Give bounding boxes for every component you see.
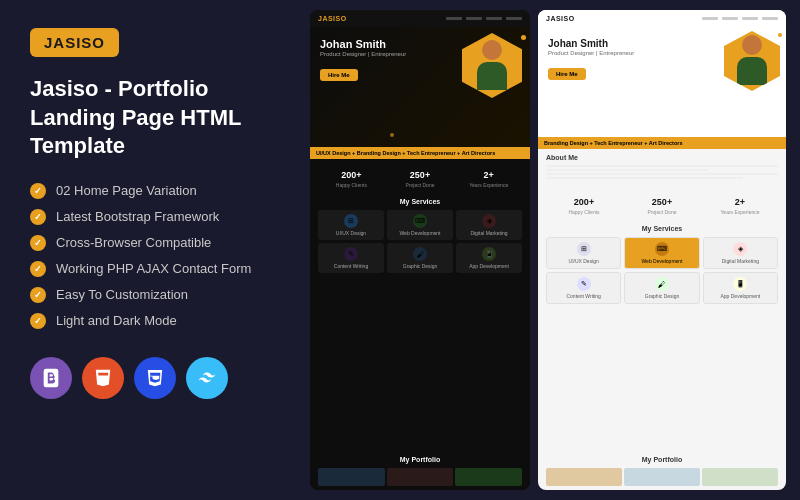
service-card: ⌨ Web Development [387,210,453,240]
tech-icons-row [30,357,280,399]
light-services-title: My Services [546,225,778,232]
feature-item: Light and Dark Mode [30,313,280,329]
light-portfolio-grid [546,468,778,486]
feature-text: Cross-Browser Compatible [56,235,211,250]
service-icon: 📱 [733,277,747,291]
main-title: Jasiso - Portfolio Landing Page HTML Tem… [30,75,280,161]
stat-item: 250+ Project Done [624,191,700,215]
bootstrap-icon [30,357,72,399]
light-hire-btn[interactable]: Hire Me [548,68,586,80]
service-icon: ⌨ [655,242,669,256]
light-services-grid: ⊞ UI/UX Design ⌨ Web Development ◈ Digit… [546,237,778,304]
check-icon [30,235,46,251]
light-preview: JASISO Johan Smith Product Designer | En… [538,10,786,490]
stat-item: 2+ Years Experience [702,191,778,215]
light-stats: 200+ Happy Clients 250+ Project Done 2+ … [538,186,786,220]
service-card: ⊞ UI/UX Design [546,237,621,269]
about-line [546,173,778,175]
service-name: Web Development [628,258,695,264]
about-line [546,169,708,171]
dark-avatar [462,33,522,98]
service-name: Digital Marketing [459,230,519,236]
nav-link-dot [722,17,738,20]
feature-text: Working PHP AJAX Contact Form [56,261,251,276]
html5-icon [82,357,124,399]
dark-services-grid: ⊞ UI/UX Design ⌨ Web Development ◈ Digit… [318,210,522,273]
dark-ticker: UI/UX Design + Branding Design + Tech En… [310,147,530,159]
check-icon [30,261,46,277]
portfolio-thumb [702,468,778,486]
stat-item: 200+ Happy Clients [318,164,385,188]
dark-services-title: My Services [318,198,522,205]
light-avatar [724,31,780,91]
nav-link-dot [742,17,758,20]
about-line [546,177,743,179]
check-icon [30,209,46,225]
light-about-title: About Me [546,154,778,161]
service-name: UI/UX Design [550,258,617,264]
dark-portfolio-grid [318,468,522,486]
service-name: Graphic Design [628,293,695,299]
light-nav: JASISO [538,10,786,27]
service-name: Graphic Design [390,263,450,269]
dark-portfolio-title: My Portfolio [318,456,522,463]
right-panel: JASISO Johan Smith Product Designer | En… [310,0,800,500]
stat-item: 2+ Years Experience [455,164,522,188]
service-icon: ⊞ [344,214,358,228]
service-card: ◈ Digital Marketing [456,210,522,240]
service-icon: 🖌 [655,277,669,291]
stat-item: 200+ Happy Clients [546,191,622,215]
service-icon: 📱 [482,247,496,261]
about-line [546,165,778,167]
light-portfolio-title: My Portfolio [546,456,778,463]
service-icon: ✎ [577,277,591,291]
dark-portfolio: My Portfolio [310,452,530,490]
service-icon: ⌨ [413,214,427,228]
stat-item: 250+ Project Done [387,164,454,188]
service-icon: 🖌 [413,247,427,261]
feature-item: Easy To Customization [30,287,280,303]
left-panel: JASISO Jasiso - Portfolio Landing Page H… [0,0,310,500]
check-icon [30,313,46,329]
nav-link-dot [466,17,482,20]
service-card: 📱 App Development [703,272,778,304]
service-name: App Development [459,263,519,269]
service-card-highlight: ⌨ Web Development [624,237,699,269]
dark-nav-links [446,17,522,20]
light-nav-links [702,17,778,20]
nav-link-dot [506,17,522,20]
portfolio-thumb [546,468,622,486]
check-icon [30,287,46,303]
dark-services: My Services ⊞ UI/UX Design ⌨ Web Develop… [310,193,530,452]
portfolio-thumb [387,468,454,486]
nav-link-dot [446,17,462,20]
light-nav-brand: JASISO [546,15,575,22]
service-name: Web Development [390,230,450,236]
dark-hero: Johan Smith Product Designer | Entrepren… [310,27,530,147]
feature-item: Cross-Browser Compatible [30,235,280,251]
nav-link-dot [762,17,778,20]
feature-item: Working PHP AJAX Contact Form [30,261,280,277]
feature-item: Latest Bootstrap Framework [30,209,280,225]
light-portfolio: My Portfolio [538,452,786,490]
service-card: ⊞ UI/UX Design [318,210,384,240]
feature-text: Light and Dark Mode [56,313,177,328]
nav-link-dot [702,17,718,20]
tailwind-icon [186,357,228,399]
brand-badge: JASISO [30,28,119,57]
service-card: ✎ Content Writing [318,243,384,273]
portfolio-thumb [318,468,385,486]
light-services: My Services ⊞ UI/UX Design ⌨ Web Develop… [538,220,786,452]
dark-hire-btn[interactable]: Hire Me [320,69,358,81]
service-name: UI/UX Design [321,230,381,236]
service-icon: ◈ [482,214,496,228]
service-name: Content Writing [550,293,617,299]
dark-stats: 200+ Happy Clients 250+ Project Done 2+ … [310,159,530,193]
nav-link-dot [486,17,502,20]
dark-nav: JASISO [310,10,530,27]
service-icon: ✎ [344,247,358,261]
service-icon: ⊞ [577,242,591,256]
check-icon [30,183,46,199]
feature-text: Easy To Customization [56,287,188,302]
dark-preview: JASISO Johan Smith Product Designer | En… [310,10,530,490]
